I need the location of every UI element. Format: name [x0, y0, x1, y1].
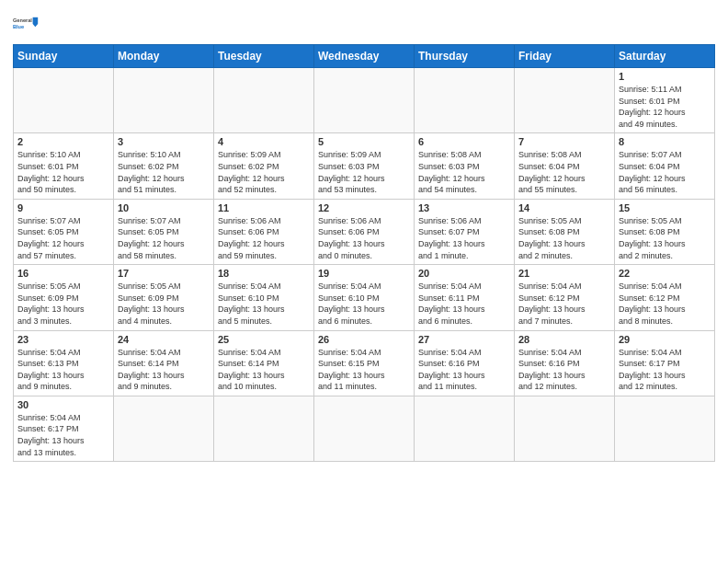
day-header-wednesday: Wednesday: [314, 45, 415, 68]
calendar-header-row: SundayMondayTuesdayWednesdayThursdayFrid…: [14, 45, 715, 68]
day-info: Sunrise: 5:08 AM Sunset: 6:04 PM Dayligh…: [518, 149, 610, 195]
day-info: Sunrise: 5:09 AM Sunset: 6:03 PM Dayligh…: [318, 149, 410, 195]
calendar-day-cell: 12Sunrise: 5:06 AM Sunset: 6:06 PM Dayli…: [314, 199, 415, 264]
day-info: Sunrise: 5:04 AM Sunset: 6:11 PM Dayligh…: [418, 281, 510, 327]
day-number: 24: [118, 334, 210, 345]
day-header-friday: Friday: [515, 45, 615, 68]
day-number: 10: [118, 202, 210, 213]
day-number: 30: [17, 399, 109, 410]
calendar-week-row: 1Sunrise: 5:11 AM Sunset: 6:01 PM Daylig…: [14, 68, 715, 133]
day-header-saturday: Saturday: [615, 45, 715, 68]
day-info: Sunrise: 5:05 AM Sunset: 6:09 PM Dayligh…: [17, 281, 109, 327]
calendar-week-row: 2Sunrise: 5:10 AM Sunset: 6:01 PM Daylig…: [14, 133, 715, 199]
svg-marker-2: [33, 17, 39, 24]
day-header-thursday: Thursday: [415, 45, 515, 68]
day-info: Sunrise: 5:10 AM Sunset: 6:02 PM Dayligh…: [118, 149, 210, 195]
calendar-day-cell: [615, 396, 715, 461]
day-number: 16: [17, 268, 109, 279]
calendar-day-cell: 26Sunrise: 5:04 AM Sunset: 6:15 PM Dayli…: [314, 330, 415, 396]
calendar-day-cell: 19Sunrise: 5:04 AM Sunset: 6:10 PM Dayli…: [314, 265, 415, 330]
day-info: Sunrise: 5:10 AM Sunset: 6:01 PM Dayligh…: [17, 149, 109, 195]
day-info: Sunrise: 5:05 AM Sunset: 6:08 PM Dayligh…: [619, 215, 711, 261]
day-info: Sunrise: 5:07 AM Sunset: 6:05 PM Dayligh…: [17, 215, 109, 261]
calendar-day-cell: 9Sunrise: 5:07 AM Sunset: 6:05 PM Daylig…: [14, 199, 114, 264]
day-info: Sunrise: 5:11 AM Sunset: 6:01 PM Dayligh…: [619, 84, 711, 130]
calendar-day-cell: [314, 396, 415, 461]
day-number: 8: [619, 136, 711, 147]
day-info: Sunrise: 5:05 AM Sunset: 6:08 PM Dayligh…: [518, 215, 610, 261]
calendar-day-cell: 15Sunrise: 5:05 AM Sunset: 6:08 PM Dayli…: [615, 199, 715, 264]
calendar-day-cell: 5Sunrise: 5:09 AM Sunset: 6:03 PM Daylig…: [314, 133, 415, 199]
generalblue-logo-icon: GeneralBlue: [13, 11, 39, 37]
day-info: Sunrise: 5:04 AM Sunset: 6:15 PM Dayligh…: [318, 347, 410, 393]
calendar-day-cell: [515, 68, 615, 133]
day-number: 7: [518, 136, 610, 147]
day-info: Sunrise: 5:04 AM Sunset: 6:16 PM Dayligh…: [418, 347, 510, 393]
calendar-day-cell: 20Sunrise: 5:04 AM Sunset: 6:11 PM Dayli…: [415, 265, 515, 330]
calendar-day-cell: 27Sunrise: 5:04 AM Sunset: 6:16 PM Dayli…: [415, 330, 515, 396]
day-number: 5: [318, 136, 410, 147]
calendar-day-cell: [214, 396, 314, 461]
calendar-day-cell: 4Sunrise: 5:09 AM Sunset: 6:02 PM Daylig…: [214, 133, 314, 199]
calendar-week-row: 16Sunrise: 5:05 AM Sunset: 6:09 PM Dayli…: [14, 265, 715, 330]
day-number: 18: [218, 268, 310, 279]
day-info: Sunrise: 5:05 AM Sunset: 6:09 PM Dayligh…: [118, 281, 210, 327]
day-info: Sunrise: 5:04 AM Sunset: 6:14 PM Dayligh…: [218, 347, 310, 393]
calendar-day-cell: 30Sunrise: 5:04 AM Sunset: 6:17 PM Dayli…: [14, 396, 114, 461]
svg-text:Blue: Blue: [13, 24, 24, 29]
day-number: 12: [318, 202, 410, 213]
day-number: 22: [619, 268, 711, 279]
calendar-day-cell: 14Sunrise: 5:05 AM Sunset: 6:08 PM Dayli…: [515, 199, 615, 264]
calendar-day-cell: 6Sunrise: 5:08 AM Sunset: 6:03 PM Daylig…: [415, 133, 515, 199]
day-number: 25: [218, 334, 310, 345]
day-number: 13: [418, 202, 510, 213]
calendar-day-cell: 29Sunrise: 5:04 AM Sunset: 6:17 PM Dayli…: [615, 330, 715, 396]
day-number: 9: [17, 202, 109, 213]
calendar-day-cell: [214, 68, 314, 133]
calendar-day-cell: 7Sunrise: 5:08 AM Sunset: 6:04 PM Daylig…: [515, 133, 615, 199]
logo: GeneralBlue: [13, 11, 39, 37]
day-info: Sunrise: 5:06 AM Sunset: 6:06 PM Dayligh…: [318, 215, 410, 261]
svg-marker-3: [33, 24, 39, 27]
calendar-day-cell: 17Sunrise: 5:05 AM Sunset: 6:09 PM Dayli…: [114, 265, 214, 330]
day-number: 23: [17, 334, 109, 345]
day-info: Sunrise: 5:04 AM Sunset: 6:14 PM Dayligh…: [118, 347, 210, 393]
page: GeneralBlue SundayMondayTuesdayWednesday…: [0, 0, 728, 563]
day-number: 27: [418, 334, 510, 345]
calendar-week-row: 9Sunrise: 5:07 AM Sunset: 6:05 PM Daylig…: [14, 199, 715, 264]
day-info: Sunrise: 5:04 AM Sunset: 6:16 PM Dayligh…: [518, 347, 610, 393]
day-info: Sunrise: 5:04 AM Sunset: 6:12 PM Dayligh…: [518, 281, 610, 327]
calendar-day-cell: 21Sunrise: 5:04 AM Sunset: 6:12 PM Dayli…: [515, 265, 615, 330]
calendar-day-cell: [114, 396, 214, 461]
day-info: Sunrise: 5:07 AM Sunset: 6:05 PM Dayligh…: [118, 215, 210, 261]
day-number: 6: [418, 136, 510, 147]
calendar-week-row: 30Sunrise: 5:04 AM Sunset: 6:17 PM Dayli…: [14, 396, 715, 461]
day-number: 20: [418, 268, 510, 279]
calendar-day-cell: 2Sunrise: 5:10 AM Sunset: 6:01 PM Daylig…: [14, 133, 114, 199]
day-number: 21: [518, 268, 610, 279]
calendar-day-cell: [515, 396, 615, 461]
day-number: 17: [118, 268, 210, 279]
day-number: 19: [318, 268, 410, 279]
calendar-day-cell: 1Sunrise: 5:11 AM Sunset: 6:01 PM Daylig…: [615, 68, 715, 133]
day-info: Sunrise: 5:04 AM Sunset: 6:13 PM Dayligh…: [17, 347, 109, 393]
day-number: 26: [318, 334, 410, 345]
day-number: 2: [17, 136, 109, 147]
day-header-tuesday: Tuesday: [214, 45, 314, 68]
calendar-day-cell: [415, 396, 515, 461]
day-info: Sunrise: 5:08 AM Sunset: 6:03 PM Dayligh…: [418, 149, 510, 195]
svg-text:General: General: [13, 17, 32, 23]
day-number: 14: [518, 202, 610, 213]
calendar-day-cell: 28Sunrise: 5:04 AM Sunset: 6:16 PM Dayli…: [515, 330, 615, 396]
calendar-day-cell: 18Sunrise: 5:04 AM Sunset: 6:10 PM Dayli…: [214, 265, 314, 330]
day-info: Sunrise: 5:04 AM Sunset: 6:10 PM Dayligh…: [318, 281, 410, 327]
day-number: 15: [619, 202, 711, 213]
calendar-day-cell: 8Sunrise: 5:07 AM Sunset: 6:04 PM Daylig…: [615, 133, 715, 199]
day-info: Sunrise: 5:06 AM Sunset: 6:06 PM Dayligh…: [218, 215, 310, 261]
calendar-day-cell: 11Sunrise: 5:06 AM Sunset: 6:06 PM Dayli…: [214, 199, 314, 264]
day-info: Sunrise: 5:06 AM Sunset: 6:07 PM Dayligh…: [418, 215, 510, 261]
calendar-day-cell: [14, 68, 114, 133]
day-header-sunday: Sunday: [14, 45, 114, 68]
day-number: 29: [619, 334, 711, 345]
calendar-day-cell: 23Sunrise: 5:04 AM Sunset: 6:13 PM Dayli…: [14, 330, 114, 396]
